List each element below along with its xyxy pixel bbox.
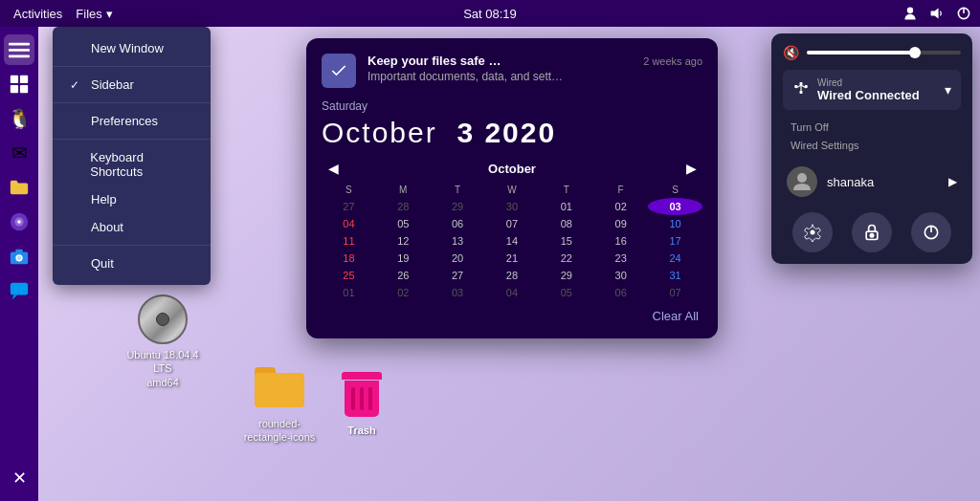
files-menu-new-window[interactable]: New Window (53, 34, 211, 62)
cal-day[interactable]: 11 (322, 232, 376, 250)
cal-day[interactable]: 18 (322, 250, 376, 267)
notification-item[interactable]: Keep your files safe … 2 weeks ago Impor… (322, 54, 702, 88)
cal-day[interactable]: 01 (539, 198, 593, 215)
cal-day[interactable]: 15 (539, 232, 593, 250)
cal-day[interactable]: 04 (485, 284, 540, 301)
calendar-next-button[interactable]: ▶ (681, 161, 701, 176)
notification-content: Keep your files safe … 2 weeks ago Impor… (368, 54, 702, 83)
cal-day[interactable]: 19 (376, 250, 431, 267)
svg-rect-10 (20, 85, 28, 93)
cal-day[interactable]: 08 (539, 215, 593, 232)
calendar-big-date: October 3 2020 (322, 117, 702, 149)
cal-day[interactable]: 06 (431, 215, 485, 232)
calendar-prev-button[interactable]: ◀ (323, 161, 343, 176)
sidebar-icon-folder[interactable] (4, 172, 34, 203)
cal-day[interactable]: 30 (485, 198, 540, 215)
cd-center (156, 313, 169, 326)
files-menu-divider-4 (53, 245, 211, 246)
cal-day[interactable]: 05 (376, 215, 431, 232)
cal-day[interactable]: 27 (322, 198, 376, 215)
cal-day[interactable]: 29 (431, 198, 485, 215)
sidebar-icon-penguin[interactable]: 🐧 (4, 103, 34, 134)
cal-header-wed: W (485, 182, 540, 198)
sidebar-icon-x[interactable]: ✕ (4, 463, 34, 493)
cal-day[interactable]: 22 (539, 250, 593, 267)
cal-day[interactable]: 28 (376, 198, 431, 215)
sidebar-icon-camera[interactable] (4, 241, 34, 272)
folder-image (255, 363, 304, 413)
activities-button[interactable]: Activities (8, 5, 68, 23)
cal-day[interactable]: 17 (648, 232, 702, 250)
files-menu-dropdown: New Window ✓ Sidebar Preferences Keyboar… (53, 27, 211, 285)
wired-settings-button[interactable]: Wired Settings (787, 138, 957, 153)
cal-day[interactable]: 07 (648, 284, 702, 301)
cal-day[interactable]: 20 (431, 250, 485, 267)
cal-day[interactable]: 01 (322, 284, 376, 301)
cal-day[interactable]: 07 (485, 215, 540, 232)
cal-day[interactable]: 04 (322, 215, 376, 232)
sidebar-icon-chat[interactable] (4, 275, 34, 306)
cal-day[interactable]: 12 (376, 232, 431, 250)
network-row[interactable]: Wired Wired Connected ▾ (783, 70, 961, 110)
sidebar-icon-bars[interactable] (4, 34, 34, 65)
person-icon[interactable] (902, 5, 919, 22)
trash-desktop-icon[interactable]: Trash (323, 371, 400, 436)
cal-day[interactable]: 06 (593, 284, 648, 301)
calendar-widget: ◀ October ▶ S M T W T F S 272 (322, 161, 702, 301)
network-actions: Turn Off Wired Settings (783, 120, 961, 153)
files-menu-about[interactable]: About (53, 213, 211, 241)
cal-day[interactable]: 24 (648, 250, 702, 267)
turn-off-button[interactable]: Turn Off (787, 120, 957, 135)
svg-rect-9 (11, 85, 18, 93)
cal-day[interactable]: 21 (485, 250, 540, 267)
cal-day[interactable]: 09 (593, 215, 648, 232)
cal-day[interactable]: 02 (376, 284, 431, 301)
folder-body (255, 373, 304, 407)
cal-day[interactable]: 13 (431, 232, 485, 250)
files-menu-preferences[interactable]: Preferences (53, 107, 211, 135)
lock-button[interactable] (852, 212, 892, 252)
topbar: Activities Files ▾ Sat 08:19 (0, 0, 980, 27)
cal-day[interactable]: 28 (485, 267, 540, 284)
cal-day[interactable]: 14 (485, 232, 540, 250)
cal-day[interactable]: 27 (431, 267, 485, 284)
cal-day[interactable]: 31 (648, 267, 702, 284)
svg-point-0 (907, 8, 913, 13)
volume-icon[interactable] (928, 5, 946, 22)
cal-header-sat: S (648, 182, 702, 198)
user-row[interactable]: shanaka ▶ (783, 163, 961, 201)
sidebar-icon-music[interactable] (4, 207, 34, 237)
cal-day[interactable]: 03 (648, 198, 702, 215)
sidebar-icon-apps[interactable] (4, 69, 34, 99)
volume-mute-icon[interactable]: 🔇 (783, 45, 799, 60)
cal-day[interactable]: 10 (648, 215, 702, 232)
network-left: Wired Wired Connected (792, 77, 920, 102)
power-icon[interactable] (955, 5, 972, 22)
cd-label: Ubuntu 18.04.4 LTSamd64 (124, 348, 201, 389)
topbar-datetime[interactable]: Sat 08:19 (463, 7, 517, 21)
cal-day[interactable]: 30 (593, 267, 648, 284)
settings-button[interactable] (792, 212, 833, 252)
clear-all-button[interactable]: Clear All (322, 309, 702, 323)
network-info: Wired Wired Connected (817, 77, 920, 102)
cd-desktop-icon[interactable]: Ubuntu 18.04.4 LTSamd64 (124, 294, 201, 389)
cal-day[interactable]: 03 (431, 284, 485, 301)
cal-day[interactable]: 26 (376, 267, 431, 284)
cal-day[interactable]: 02 (593, 198, 648, 215)
volume-slider[interactable] (807, 51, 961, 54)
cal-header-fri: F (593, 182, 648, 198)
files-menu-quit[interactable]: Quit (53, 250, 211, 277)
cal-day[interactable]: 23 (593, 250, 648, 267)
files-label: Files (76, 7, 101, 21)
files-menu-help[interactable]: Help (53, 185, 211, 213)
files-menu-keyboard-shortcuts[interactable]: Keyboard Shortcuts (53, 143, 211, 185)
files-menu-sidebar[interactable]: ✓ Sidebar (53, 71, 211, 98)
cal-day[interactable]: 05 (539, 284, 593, 301)
cal-day[interactable]: 29 (539, 267, 593, 284)
sidebar-icon-mail[interactable]: ✉ (4, 138, 34, 168)
power-off-button[interactable] (911, 212, 951, 252)
folder-desktop-icon[interactable]: rounded-rectangle-icons (241, 363, 318, 445)
files-menu-button[interactable]: Files ▾ (76, 7, 112, 21)
cal-day[interactable]: 16 (593, 232, 648, 250)
cal-day[interactable]: 25 (322, 267, 376, 284)
